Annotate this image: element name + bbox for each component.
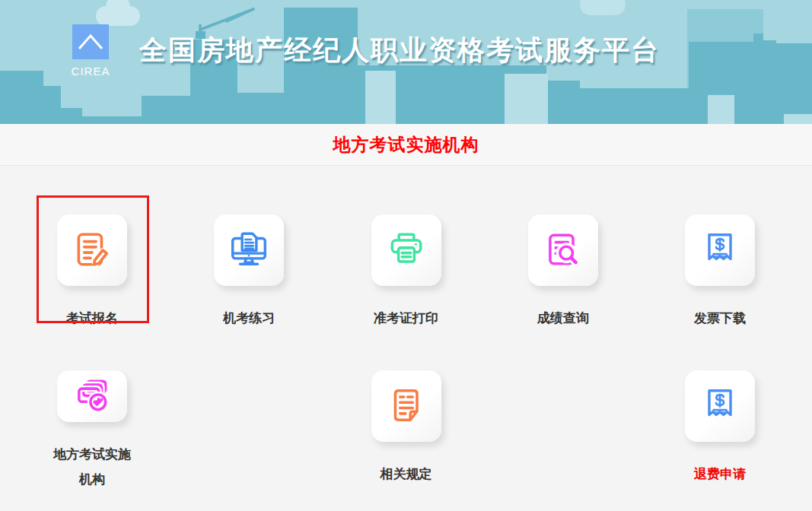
cloud-icon [96,6,140,26]
document-lines-icon [386,386,427,427]
selection-highlight-box [37,195,149,323]
card-label: 机考练习 [223,306,275,331]
page-title: 全国房地产经纪人职业资格考试服务平台 [139,32,660,69]
cloud-icon [580,0,626,15]
card-label: 相关规定 [381,462,432,487]
logo-text: CIREA [67,65,114,78]
card-tile [57,370,127,422]
card-local-exam-agencies[interactable]: 地方考试实施机构 [28,370,156,492]
card-regulations[interactable]: 相关规定 [342,370,470,492]
section-heading-bar: 地方考试实施机构 [0,124,812,166]
card-tile [685,370,755,442]
card-invoice-download[interactable]: 发票下载 [656,214,784,336]
card-tile [685,214,755,286]
card-tile [371,214,441,286]
printer-icon [386,230,427,271]
document-search-icon [543,230,584,271]
card-exam-registration[interactable]: 考试报名 [28,214,156,336]
computer-exam-icon [228,230,269,271]
card-admission-ticket-print[interactable]: 准考证打印 [342,214,470,336]
card-label: 发票下载 [694,306,746,331]
invoice-icon [699,230,740,271]
cirea-logo[interactable] [72,24,109,59]
cards-check-icon [72,376,113,417]
card-score-inquiry[interactable]: 成绩查询 [499,214,627,336]
roof-icon [78,33,103,50]
card-label: 退费申请 [694,462,746,487]
card-computer-practice[interactable]: 机考练习 [185,214,313,336]
refund-invoice-icon [699,386,740,427]
card-label: 地方考试实施机构 [49,443,135,492]
section-heading: 地方考试实施机构 [333,133,479,157]
card-tile [371,370,441,442]
card-tile [528,214,598,286]
card-refund-application[interactable]: 退费申请 [656,370,784,492]
page-header: CIREA 全国房地产经纪人职业资格考试服务平台 [0,0,812,124]
card-label: 成绩查询 [537,306,589,331]
card-label: 准考证打印 [374,306,438,331]
service-card-grid: 考试报名 机考练习 [0,166,812,511]
card-tile [214,214,284,286]
